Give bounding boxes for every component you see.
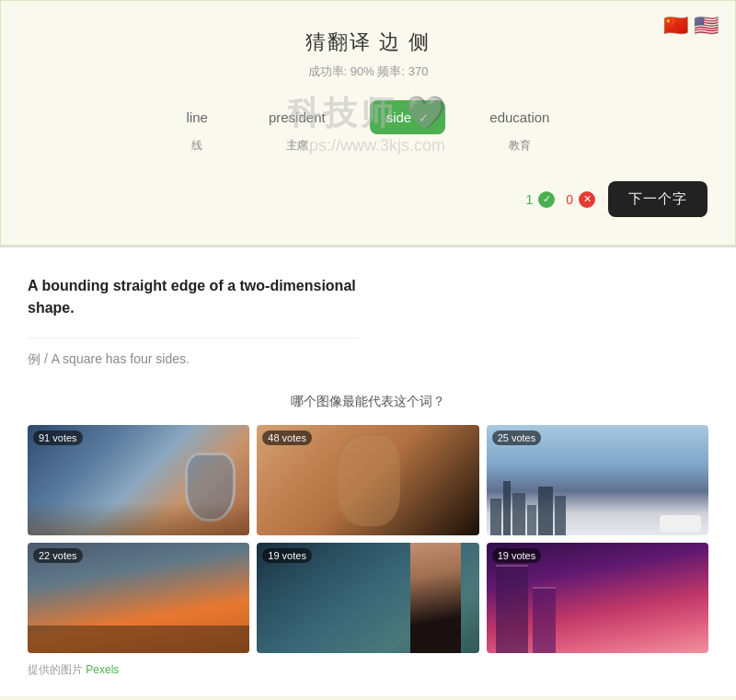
- word-choices: line 线 president 主席 side ✓ education 教育: [29, 100, 707, 154]
- image-section-title: 哪个图像最能代表这个词？: [28, 394, 708, 410]
- choice-president-label: president: [252, 100, 342, 134]
- choice-president[interactable]: president 主席: [252, 100, 342, 154]
- definition-text: A bounding straight edge of a two-dimens…: [28, 275, 359, 319]
- person-silhouette: [410, 543, 461, 653]
- ground-overlay: [28, 625, 249, 653]
- image-cell-3[interactable]: 25 votes: [487, 425, 708, 535]
- votes-badge-4: 22 votes: [33, 548, 83, 563]
- credits: 提供的图片 Pexels: [28, 662, 708, 678]
- next-button[interactable]: 下一个字: [608, 181, 707, 217]
- correct-icon: ✓: [538, 191, 555, 208]
- choice-education-zh: 教育: [509, 138, 531, 154]
- quiz-stats: 成功率: 90% 频率: 370: [29, 63, 707, 80]
- example-text: 例 / A square has four sides.: [28, 338, 359, 368]
- quiz-section: 🇨🇳 🇺🇸 猜翻译 边 侧 成功率: 90% 频率: 370 line 线 pr…: [0, 0, 736, 246]
- image-cell-6[interactable]: 19 votes: [487, 543, 708, 653]
- quiz-title: 猜翻译 边 侧: [29, 29, 707, 56]
- votes-badge-2: 48 votes: [262, 430, 312, 445]
- wrong-icon: ✕: [579, 191, 595, 208]
- image-cell-2[interactable]: 48 votes: [257, 425, 478, 535]
- road-overlay: [28, 502, 249, 535]
- flag-cn[interactable]: 🇨🇳: [663, 14, 688, 38]
- image-cell-4[interactable]: 22 votes: [28, 543, 249, 653]
- credits-link[interactable]: Pexels: [86, 663, 119, 676]
- flag-us[interactable]: 🇺🇸: [694, 14, 719, 38]
- quiz-bottom: 1 ✓ 0 ✕ 下一个字: [29, 181, 707, 217]
- choice-education[interactable]: education 教育: [473, 100, 566, 154]
- choice-side-label: side ✓: [370, 100, 446, 134]
- score-wrong-count: 0: [566, 192, 573, 207]
- definition-section: A bounding straight edge of a two-dimens…: [0, 246, 736, 696]
- check-icon: ✓: [419, 111, 429, 125]
- votes-badge-5: 19 votes: [262, 548, 312, 563]
- car-shape: [660, 515, 701, 532]
- choice-line-label: line: [170, 100, 224, 134]
- building-shape-2: [533, 587, 556, 653]
- image-cell-5[interactable]: 19 votes: [257, 543, 478, 653]
- choice-line[interactable]: line 线: [170, 100, 224, 154]
- lang-flags: 🇨🇳 🇺🇸: [663, 14, 719, 38]
- image-grid: 91 votes 48 votes 25 votes: [28, 425, 708, 653]
- building-shape: [496, 565, 528, 653]
- votes-badge-3: 25 votes: [492, 430, 542, 445]
- ear-shape: [336, 434, 400, 526]
- choice-line-zh: 线: [191, 138, 202, 154]
- score-correct-count: 1: [525, 192, 533, 207]
- votes-badge-6: 19 votes: [492, 548, 542, 563]
- score-badges: 1 ✓ 0 ✕: [525, 191, 595, 208]
- image-cell-1[interactable]: 91 votes: [28, 425, 249, 535]
- city-skyline: [487, 475, 708, 535]
- choice-side[interactable]: side ✓: [370, 100, 446, 138]
- votes-badge-1: 91 votes: [33, 430, 83, 445]
- choice-president-zh: 主席: [286, 138, 308, 154]
- credits-label: 提供的图片: [28, 663, 83, 676]
- choice-education-label: education: [473, 100, 566, 134]
